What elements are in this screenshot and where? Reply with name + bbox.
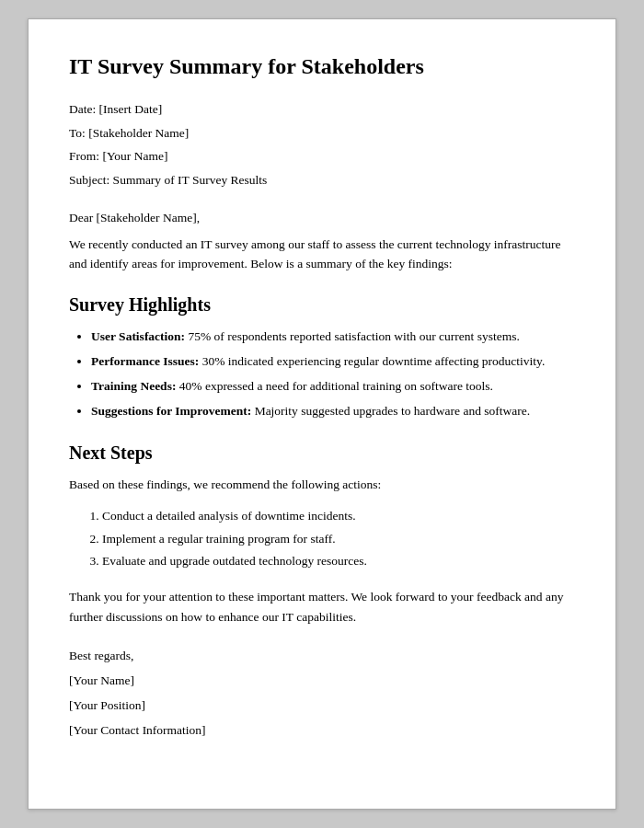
meta-block: Date: [Insert Date] To: [Stakeholder Nam… <box>69 98 575 192</box>
list-item: Training Needs: 40% expressed a need for… <box>91 376 575 397</box>
next-steps-heading: Next Steps <box>69 443 575 464</box>
signature-block: Best regards, [Your Name] [Your Position… <box>69 643 575 742</box>
list-item: Implement a regular training program for… <box>102 528 575 550</box>
steps-list: Conduct a detailed analysis of downtime … <box>102 505 575 572</box>
greeting: Dear [Stakeholder Name], <box>69 211 575 225</box>
highlight-bold-2: Performance Issues: <box>91 354 199 368</box>
highlight-text-1: 75% of respondents reported satisfaction… <box>185 329 520 343</box>
highlight-text-2: 30% indicated experiencing regular downt… <box>199 354 545 368</box>
list-item: User Satisfaction: 75% of respondents re… <box>91 327 575 348</box>
signature-contact: [Your Contact Information] <box>69 718 575 742</box>
signature-position: [Your Position] <box>69 693 575 718</box>
highlight-text-3: 40% expressed a need for additional trai… <box>176 379 493 393</box>
highlight-bold-4: Suggestions for Improvement: <box>91 404 251 418</box>
closing-paragraph: Thank you for your attention to these im… <box>69 587 575 627</box>
document: IT Survey Summary for Stakeholders Date:… <box>28 18 616 810</box>
list-item: Conduct a detailed analysis of downtime … <box>102 505 575 527</box>
highlights-list: User Satisfaction: 75% of respondents re… <box>91 327 575 422</box>
meta-date: Date: [Insert Date] <box>69 98 575 121</box>
intro-paragraph: We recently conducted an IT survey among… <box>69 235 575 274</box>
signature-name: [Your Name] <box>69 668 575 693</box>
list-item: Evaluate and upgrade outdated technology… <box>102 550 575 572</box>
meta-subject: Subject: Summary of IT Survey Results <box>69 168 575 192</box>
survey-highlights-heading: Survey Highlights <box>69 294 575 316</box>
document-title: IT Survey Summary for Stakeholders <box>69 52 575 81</box>
meta-from: From: [Your Name] <box>69 144 575 168</box>
signature-regards: Best regards, <box>69 643 575 668</box>
highlight-text-4: Majority suggested upgrades to hardware … <box>251 404 530 418</box>
next-steps-intro: Based on these findings, we recommend th… <box>69 475 575 495</box>
list-item: Suggestions for Improvement: Majority su… <box>91 401 575 422</box>
meta-to: To: [Stakeholder Name] <box>69 121 575 145</box>
list-item: Performance Issues: 30% indicated experi… <box>91 351 575 373</box>
highlight-bold-3: Training Needs: <box>91 379 176 393</box>
highlight-bold-1: User Satisfaction: <box>91 329 185 343</box>
